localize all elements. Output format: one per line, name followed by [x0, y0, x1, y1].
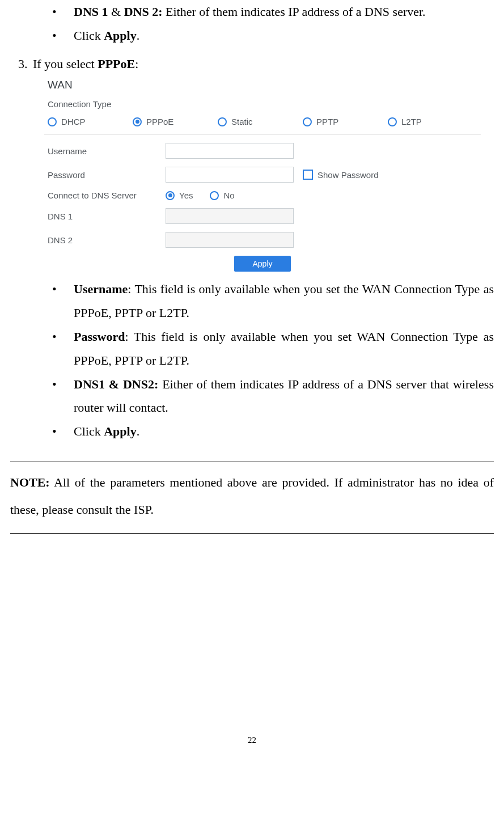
- radio-no[interactable]: No: [210, 191, 234, 200]
- dns1-input[interactable]: [166, 208, 294, 224]
- show-password-label: Show Password: [317, 170, 379, 180]
- wan-screenshot: WAN Connection Type DHCP PPPoE Static PP…: [44, 79, 481, 272]
- note-box: NOTE: All of the parameters mentioned ab…: [10, 462, 494, 534]
- step-3: 3. If you select PPPoE:: [10, 52, 494, 76]
- password-input[interactable]: [166, 167, 294, 183]
- bullet-password: Password: This field is only available w…: [57, 325, 494, 373]
- dns2-input[interactable]: [166, 232, 294, 248]
- radio-yes[interactable]: Yes: [166, 191, 193, 200]
- radio-pppoe[interactable]: PPPoE: [133, 117, 218, 126]
- dns2-label: DNS 2: [48, 235, 166, 245]
- bullet-click-apply: Click Apply.: [57, 24, 494, 48]
- radio-icon: [133, 117, 142, 126]
- radio-icon: [303, 117, 312, 126]
- dns1-label: DNS 1: [48, 212, 166, 221]
- radio-icon: [48, 117, 57, 126]
- connect-dns-label: Connect to DNS Server: [48, 191, 166, 200]
- bullet-dns12: DNS1 & DNS2: Either of them indicates IP…: [57, 373, 494, 420]
- radio-icon: [210, 191, 219, 200]
- dns1-label: DNS 1: [74, 5, 108, 19]
- username-input[interactable]: [166, 143, 294, 159]
- radio-icon: [218, 117, 227, 126]
- radio-icon: [388, 117, 397, 126]
- connection-type-radios: DHCP PPPoE Static PPTP L2TP: [48, 117, 481, 126]
- page-number: 22: [10, 732, 494, 749]
- radio-static[interactable]: Static: [218, 117, 303, 126]
- connection-type-label: Connection Type: [48, 99, 481, 109]
- show-password-checkbox[interactable]: [303, 170, 313, 180]
- dns2-label: DNS 2:: [124, 5, 163, 19]
- apply-button[interactable]: Apply: [234, 256, 291, 272]
- radio-dhcp[interactable]: DHCP: [48, 117, 133, 126]
- username-label: Username: [48, 146, 166, 156]
- divider: [44, 134, 481, 135]
- bullet-click-apply-2: Click Apply.: [57, 420, 494, 443]
- radio-l2tp[interactable]: L2TP: [388, 117, 473, 126]
- bullet-username: Username: This field is only available w…: [57, 277, 494, 325]
- wan-title: WAN: [48, 79, 481, 91]
- bullet-dns: DNS 1 & DNS 2: Either of them indicates …: [57, 0, 494, 24]
- radio-pptp[interactable]: PPTP: [303, 117, 388, 126]
- password-label: Password: [48, 170, 166, 180]
- radio-icon: [166, 191, 175, 200]
